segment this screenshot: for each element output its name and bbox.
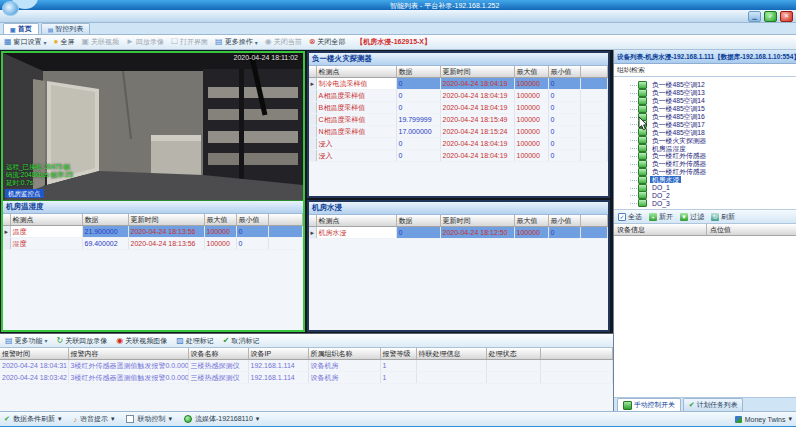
org-search-input[interactable] xyxy=(617,67,796,74)
new-open-button[interactable]: +新开 xyxy=(649,212,673,222)
maximize-button[interactable]: ✓ xyxy=(764,11,777,22)
tree-item[interactable]: 负一楼红外传感器 xyxy=(638,160,796,168)
column-header[interactable]: 最大值 xyxy=(514,66,548,78)
table-cell: A相温度采样值 xyxy=(316,90,396,102)
linked-video-button[interactable]: ▣关联视频 xyxy=(81,37,119,47)
close-button[interactable]: ✕ xyxy=(780,11,793,22)
table-row[interactable]: ▸制冷电流采样值02020-04-24 18:04:191000000 xyxy=(309,78,608,90)
column-header[interactable]: 最小值 xyxy=(236,214,268,226)
column-header[interactable]: 报警时间 xyxy=(0,348,68,360)
tree-item-label: 负一楼火灾探测器 xyxy=(650,137,708,144)
linkage-control-toggle[interactable]: 联动控制▾ xyxy=(126,414,172,424)
refresh-button[interactable]: ↻刷新 xyxy=(711,212,735,222)
tree-item[interactable]: 负一楼红外传感器 xyxy=(638,168,796,176)
tree-item[interactable]: 负一楼485空调12 xyxy=(638,81,796,89)
tree-item[interactable]: DO_1 xyxy=(638,184,796,192)
temp-table-title: 机房温湿度 xyxy=(3,201,303,214)
close-current-button[interactable]: ◉关闭当前 xyxy=(265,37,302,47)
media-server-status[interactable]: 流媒体-192168110▾ xyxy=(184,414,259,424)
table-row[interactable]: 2020-04-24 18:03:423楼红外传感器遥测值触发报警0.0.000… xyxy=(0,372,613,384)
table-cell: 0 xyxy=(396,227,440,239)
tree-item[interactable]: 负一楼485空调17 xyxy=(638,120,796,128)
tree-item[interactable]: 负一楼485空调15 xyxy=(638,105,796,113)
tab-smart-control-list[interactable]: ▤ 智控列表 xyxy=(41,23,91,34)
table-cell xyxy=(540,360,613,372)
tab-home[interactable]: ▣ 首页 xyxy=(3,23,39,34)
table-row[interactable]: 湿度69.4000022020-04-24 18:13:561000000 xyxy=(3,238,303,250)
column-header[interactable]: 设备信息 xyxy=(614,224,707,235)
column-header[interactable]: 数据 xyxy=(396,66,440,78)
column-header[interactable]: 检测点 xyxy=(316,66,396,78)
column-header[interactable]: 处理状态 xyxy=(486,348,540,360)
column-header[interactable]: 待联处理信息 xyxy=(416,348,486,360)
table-cell: 0 xyxy=(396,78,440,90)
table-row[interactable]: C相温度采样值19.7999992020-04-24 18:15:4910000… xyxy=(309,114,608,126)
camera-video-frame[interactable]: 2020-04-24 18:11:02 远程_已接收 26475 帧 码流:20… xyxy=(3,53,303,201)
tree-item[interactable]: DO_2 xyxy=(638,191,796,199)
tab-manual-control[interactable]: 手动控制开关 xyxy=(617,398,681,411)
column-header[interactable]: 检测点 xyxy=(10,214,82,226)
tree-item[interactable]: DO_3 xyxy=(638,199,796,207)
table-cell: 0 xyxy=(396,90,440,102)
tree-item[interactable]: 负一楼485空调13 xyxy=(638,89,796,97)
window-settings-button[interactable]: ▦窗口设置▾ xyxy=(4,37,47,47)
table-cell: 1 xyxy=(380,372,416,384)
tree-item[interactable]: 负一楼火灾探测器 xyxy=(638,136,796,144)
column-header[interactable]: 检测点 xyxy=(316,215,396,227)
column-header[interactable]: 数据 xyxy=(396,215,440,227)
column-header[interactable]: 设备IP xyxy=(248,348,308,360)
mark-handled-button[interactable]: ▨处理标记 xyxy=(176,336,214,346)
device-panel-buttons: ✓全选 +新开 ▼过滤 ↻刷新 xyxy=(614,210,796,224)
table-row[interactable]: N相温度采样值17.0000002020-04-24 18:15:2410000… xyxy=(309,126,608,138)
tab-scheduled-tasks[interactable]: ✔计划任务列表 xyxy=(683,398,744,411)
playback-button[interactable]: ►回放录像 xyxy=(126,37,164,47)
more-functions-button[interactable]: ▤更多功能▾ xyxy=(5,336,48,346)
table-row[interactable]: ▸机房水浸02020-04-24 18:12:501000000 xyxy=(309,227,608,239)
column-header[interactable]: 最大值 xyxy=(204,214,236,226)
column-header[interactable]: 最大值 xyxy=(514,215,548,227)
table-cell: 0 xyxy=(396,150,440,162)
tree-item[interactable]: 负一楼485空调16 xyxy=(638,113,796,121)
column-header[interactable]: 最小值 xyxy=(548,215,580,227)
column-header[interactable]: 报警等级 xyxy=(380,348,416,360)
column-header[interactable]: 点位值 xyxy=(707,224,796,235)
fullscreen-button[interactable]: ●全屏 xyxy=(54,37,75,47)
tree-item[interactable]: 负一楼485空调14 xyxy=(638,97,796,105)
column-header[interactable]: 数据 xyxy=(82,214,128,226)
table-cell xyxy=(416,360,486,372)
voice-prompt-toggle[interactable]: ♪语音提示▾ xyxy=(73,414,114,424)
table-row[interactable]: B相温度采样值02020-04-24 18:04:191000000 xyxy=(309,102,608,114)
column-header[interactable]: 最小值 xyxy=(548,66,580,78)
column-header[interactable]: 更新时间 xyxy=(128,214,204,226)
minimize-button[interactable]: ▁ xyxy=(748,11,761,22)
tree-item[interactable]: 机房水浸 xyxy=(638,176,796,184)
column-header[interactable]: 报警内容 xyxy=(68,348,188,360)
tree-item[interactable]: 负一楼红外传感器 xyxy=(638,152,796,160)
brand-menu[interactable]: Money Twins▾ xyxy=(735,415,792,423)
open-ui-button[interactable]: ☐打开界面 xyxy=(171,37,208,47)
column-header[interactable]: 更新时间 xyxy=(440,215,514,227)
tree-item[interactable]: 机房温湿度 xyxy=(638,144,796,152)
water-leak-table: 检测点 数据 更新时间 最大值 最小值 ▸机房水浸02020-04-24 18:… xyxy=(309,215,608,239)
table-row[interactable]: ▸温度21.9000002020-04-24 18:13:561000000 xyxy=(3,226,303,238)
table-row[interactable]: 2020-04-24 18:04:313楼红外传感器遥测值触发报警0.0.000… xyxy=(0,360,613,372)
linked-video-image-button[interactable]: ◉关联视频图像 xyxy=(116,336,167,346)
device-node-icon xyxy=(638,89,647,97)
more-actions-button[interactable]: ▤更多操作▾ xyxy=(215,37,258,47)
table-row[interactable]: A相温度采样值02020-04-24 18:04:191000000 xyxy=(309,90,608,102)
table-row[interactable]: 浸入02020-04-24 18:04:191000000 xyxy=(309,138,608,150)
device-info-header: 设备信息 点位值 xyxy=(614,224,796,236)
column-header[interactable]: 所属组织名称 xyxy=(308,348,380,360)
select-all-checkbox[interactable]: ✓全选 xyxy=(618,212,642,222)
data-refresh-toggle[interactable]: ✔数据条件刷新▾ xyxy=(4,414,61,424)
column-header[interactable]: 设备名称 xyxy=(188,348,248,360)
table-row[interactable]: 浸入02020-04-24 18:04:191000000 xyxy=(309,150,608,162)
tree-item[interactable]: 负一楼485空调18 xyxy=(638,128,796,136)
row-marker xyxy=(309,126,316,138)
header-row: 报警时间 报警内容 设备名称 设备IP 所属组织名称 报警等级 待联处理信息 处… xyxy=(0,348,613,360)
close-all-button[interactable]: ⊗关闭全部 xyxy=(309,37,346,47)
filter-button[interactable]: ▼过滤 xyxy=(680,212,704,222)
unmark-button[interactable]: ✔取消标记 xyxy=(223,336,260,346)
linked-playback-button[interactable]: ↻关联回放录像 xyxy=(57,336,108,346)
column-header[interactable]: 更新时间 xyxy=(440,66,514,78)
